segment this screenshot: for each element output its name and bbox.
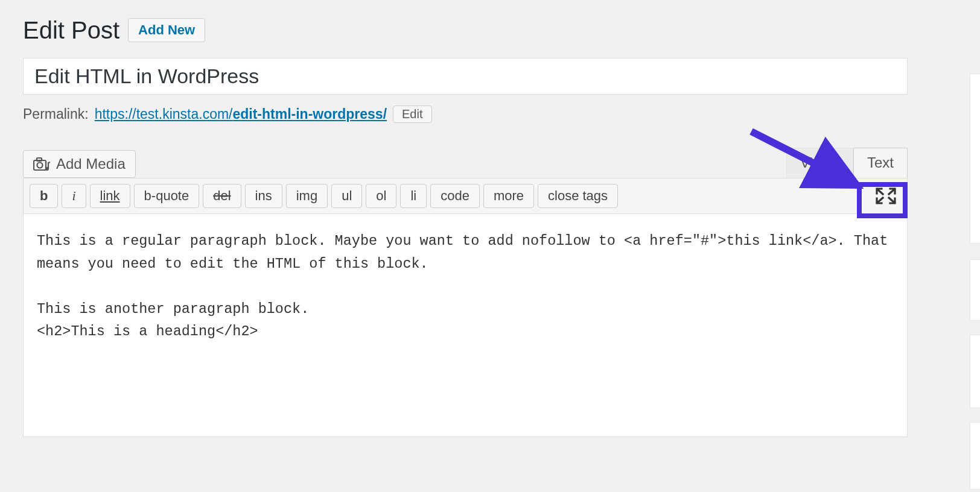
svg-rect-1 [37,158,42,161]
qt-more-button[interactable]: more [483,184,534,209]
qt-bold-button[interactable]: b [30,184,58,209]
qt-italic-button[interactable]: i [62,184,86,209]
qt-blockquote-button[interactable]: b-quote [134,184,200,209]
qt-img-button[interactable]: img [286,184,328,209]
post-content-textarea[interactable]: This is a regular paragraph block. Maybe… [23,214,908,437]
qt-closetags-button[interactable]: close tags [538,184,618,209]
camera-music-icon [33,157,50,171]
svg-line-5 [889,189,894,194]
tab-visual[interactable]: Visual [786,148,853,178]
svg-line-4 [877,189,883,194]
post-title-input[interactable]: Edit HTML in WordPress [23,58,908,95]
permalink-label: Permalink: [23,106,89,122]
permalink-link[interactable]: https://test.kinsta.com/edit-html-in-wor… [95,106,387,122]
svg-rect-0 [34,160,46,170]
svg-line-7 [889,198,894,203]
qt-ins-button[interactable]: ins [245,184,282,209]
page-title: Edit Post [23,17,119,43]
tab-text[interactable]: Text [853,148,908,178]
qt-ol-button[interactable]: ol [366,184,396,209]
add-media-label: Add Media [56,156,126,172]
fullscreen-icon[interactable] [876,188,896,204]
quicktags-toolbar: b i link b-quote del ins img ul ol li co… [23,178,908,214]
permalink-base: https://test.kinsta.com/ [95,106,233,122]
qt-del-button[interactable]: del [203,184,241,209]
edit-slug-button[interactable]: Edit [393,106,431,123]
qt-code-button[interactable]: code [430,184,480,209]
svg-line-6 [877,198,883,203]
qt-ul-button[interactable]: ul [331,184,362,209]
svg-point-2 [37,163,43,168]
qt-li-button[interactable]: li [400,184,427,209]
qt-link-button[interactable]: link [90,184,130,209]
add-media-button[interactable]: Add Media [23,150,136,178]
add-new-button[interactable]: Add New [128,18,205,42]
permalink-slug: edit-html-in-wordpress/ [232,106,387,122]
